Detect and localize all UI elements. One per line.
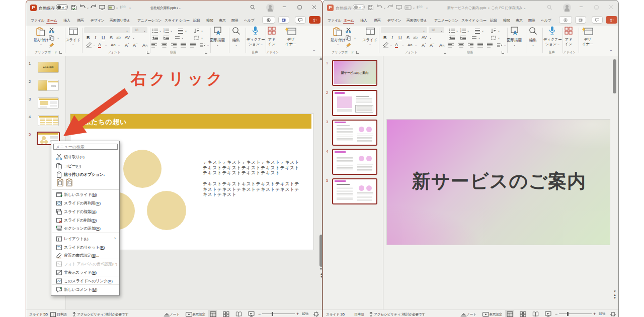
svg-text:3: 3 — [460, 32, 461, 34]
svg-text:3: 3 — [164, 32, 165, 34]
svg-text:A: A — [216, 30, 220, 35]
svg-text:A: A — [513, 30, 517, 35]
